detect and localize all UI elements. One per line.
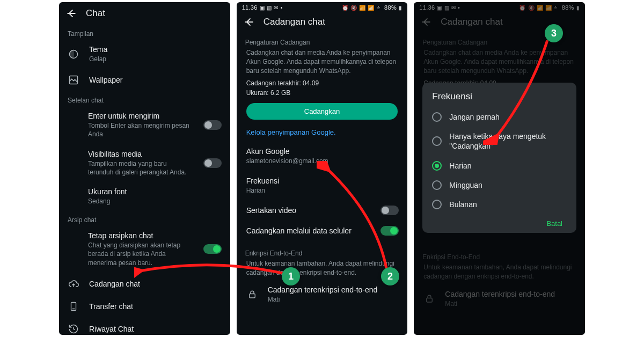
theme-title: Tema bbox=[89, 45, 222, 54]
media-title: Visibilitas media bbox=[88, 150, 194, 158]
row-chat-backup[interactable]: Cadangan chat bbox=[59, 273, 230, 295]
enter-title: Enter untuk mengirim bbox=[88, 112, 194, 120]
camera-icon: ▣ bbox=[260, 5, 265, 11]
option-manual[interactable]: Hanya ketika saya mengetuk "Cadangkan" bbox=[432, 127, 567, 156]
media-sub: Tampilkan media yang baru terunduh di ga… bbox=[88, 159, 194, 177]
signal-icon: 📶 bbox=[359, 5, 365, 11]
row-e2e-backup[interactable]: Cadangan terenkripsi end-to-end Mati bbox=[237, 280, 408, 309]
option-daily[interactable]: Harian bbox=[432, 156, 567, 175]
font-sub: Sedang bbox=[88, 197, 222, 206]
dot-icon: • bbox=[281, 5, 283, 11]
mail-icon: ✉ bbox=[274, 5, 278, 11]
wallpaper-title: Wallpaper bbox=[89, 76, 222, 84]
e2e-sub: Mati bbox=[268, 295, 399, 304]
toggle-enter-send[interactable] bbox=[203, 120, 222, 130]
row-transfer-chat[interactable]: Transfer chat bbox=[59, 295, 230, 318]
row-enter-send[interactable]: Enter untuk mengirim Tombol Enter akan m… bbox=[59, 106, 230, 144]
row-keep-archived[interactable]: Tetap arsipkan chat Chat yang diarsipkan… bbox=[59, 226, 230, 273]
video-title: Sertakan video bbox=[246, 206, 371, 215]
row-frequency[interactable]: Frekuensi Harian bbox=[237, 171, 408, 200]
toggle-media-visibility[interactable] bbox=[203, 158, 222, 168]
toggle-keep-archived[interactable] bbox=[203, 244, 222, 254]
last-backup: Cadangan terakhir: 04.09 bbox=[237, 78, 408, 88]
row-media-visibility[interactable]: Visibilitas media Tampilkan media yang b… bbox=[59, 144, 230, 182]
theme-icon bbox=[68, 48, 79, 60]
e2e-title: Cadangan terenkripsi end-to-end bbox=[268, 285, 399, 294]
svg-rect-2 bbox=[71, 302, 76, 310]
wallpaper-icon bbox=[68, 74, 79, 86]
panel-chat-settings: Chat Tampilan Tema Gelap Wallpaper Setel… bbox=[59, 2, 230, 335]
appbar: Chat bbox=[59, 2, 230, 25]
panel-backup-settings: 11.36 ▣ ▧ ✉ • ⏰ 🔇 📶 📶 ᯤ 88% ▮ Cadangan c… bbox=[237, 2, 408, 335]
phone-transfer-icon bbox=[68, 301, 79, 312]
radio-icon bbox=[432, 200, 442, 209]
radio-icon bbox=[432, 136, 442, 146]
freq-title: Frekuensi bbox=[246, 177, 399, 185]
wifi-icon: ᯤ bbox=[377, 5, 382, 11]
row-font-size[interactable]: Ukuran font Sedang bbox=[59, 182, 230, 211]
back-button[interactable] bbox=[65, 8, 77, 19]
back-button[interactable] bbox=[243, 16, 255, 28]
signal-icon-2: 📶 bbox=[368, 5, 374, 11]
toggle-cellular-backup[interactable] bbox=[380, 226, 399, 236]
enter-sub: Tombol Enter akan mengirim pesan Anda bbox=[88, 121, 194, 138]
transfer-title: Transfer chat bbox=[89, 302, 222, 311]
dialog-title: Frekuensi bbox=[432, 91, 567, 102]
account-sub: slametonevision@gmail.com bbox=[246, 157, 399, 165]
appbar-title: Chat bbox=[86, 8, 105, 19]
row-include-video[interactable]: Sertakan video bbox=[237, 200, 408, 221]
option-monthly[interactable]: Bulanan bbox=[432, 195, 567, 214]
section-display: Tampilan bbox=[59, 25, 230, 40]
frequency-dialog: Frekuensi Jangan pernah Hanya ketika say… bbox=[422, 83, 576, 233]
backup-description: Cadangkan chat dan media Anda ke penyimp… bbox=[237, 48, 408, 78]
radio-icon bbox=[432, 180, 442, 190]
modal-backdrop[interactable]: Frekuensi Jangan pernah Hanya ketika say… bbox=[414, 2, 585, 335]
cancel-button[interactable]: Batal bbox=[542, 215, 567, 232]
row-cellular-backup[interactable]: Cadangkan melalui data seluler bbox=[237, 221, 408, 241]
history-title: Riwayat Chat bbox=[89, 325, 222, 333]
section-settings: Setelan chat bbox=[59, 91, 230, 106]
status-time: 11.36 bbox=[242, 4, 258, 11]
option-weekly[interactable]: Mingguan bbox=[432, 175, 567, 195]
row-wallpaper[interactable]: Wallpaper bbox=[59, 69, 230, 91]
toggle-include-video[interactable] bbox=[380, 206, 399, 215]
status-bar: 11.36 ▣ ▧ ✉ • ⏰ 🔇 📶 📶 ᯤ 88% ▮ bbox=[237, 2, 408, 11]
row-theme[interactable]: Tema Gelap bbox=[59, 40, 230, 69]
battery-icon: ▮ bbox=[399, 5, 402, 11]
option-label: Mingguan bbox=[449, 180, 567, 190]
row-chat-history[interactable]: Riwayat Chat bbox=[59, 318, 230, 335]
option-label: Bulanan bbox=[449, 200, 567, 209]
annotation-badge-2: 2 bbox=[381, 267, 399, 285]
mute-icon: 🔇 bbox=[350, 5, 357, 11]
archive-sub: Chat yang diarsipkan akan tetap berada d… bbox=[88, 241, 194, 267]
option-label: Hanya ketika saya mengetuk "Cadangkan" bbox=[449, 131, 567, 151]
arrow-left-icon bbox=[244, 17, 254, 27]
theme-sub: Gelap bbox=[89, 55, 222, 63]
appbar-title: Cadangan chat bbox=[264, 17, 325, 27]
backup-title: Cadangan chat bbox=[89, 280, 222, 288]
radio-icon bbox=[432, 161, 442, 171]
option-label: Harian bbox=[449, 161, 567, 171]
section-e2e: Enkripsi End-to-End bbox=[237, 244, 408, 259]
section-archive: Arsip chat bbox=[59, 211, 230, 226]
status-battery: 88% bbox=[384, 4, 397, 11]
manage-google-storage-link[interactable]: Kelola penyimpanan Google. bbox=[237, 124, 408, 142]
appbar: Cadangan chat bbox=[237, 11, 408, 33]
backup-size: Ukuran: 6,2 GB bbox=[237, 88, 408, 98]
svg-rect-3 bbox=[249, 294, 255, 298]
annotation-badge-3: 3 bbox=[545, 24, 563, 42]
arrow-left-icon bbox=[66, 8, 77, 19]
account-title: Akun Google bbox=[246, 147, 399, 156]
archive-title: Tetap arsipkan chat bbox=[88, 231, 194, 240]
lock-icon bbox=[246, 289, 258, 301]
radio-icon bbox=[432, 112, 442, 122]
font-title: Ukuran font bbox=[88, 187, 222, 196]
panel-frequency-dialog: 11.36 ▣ ▧ ✉ • ⏰ 🔇 📶 📶 ᯤ 88% ▮ Cadangan c… bbox=[414, 2, 585, 335]
backup-button[interactable]: Cadangkan bbox=[246, 103, 398, 120]
cloud-upload-icon bbox=[68, 278, 79, 290]
option-never[interactable]: Jangan pernah bbox=[432, 107, 567, 127]
alarm-icon: ⏰ bbox=[342, 5, 348, 11]
option-label: Jangan pernah bbox=[449, 112, 567, 122]
row-google-account[interactable]: Akun Google slametonevision@gmail.com bbox=[237, 142, 408, 171]
image-icon: ▧ bbox=[267, 5, 272, 11]
